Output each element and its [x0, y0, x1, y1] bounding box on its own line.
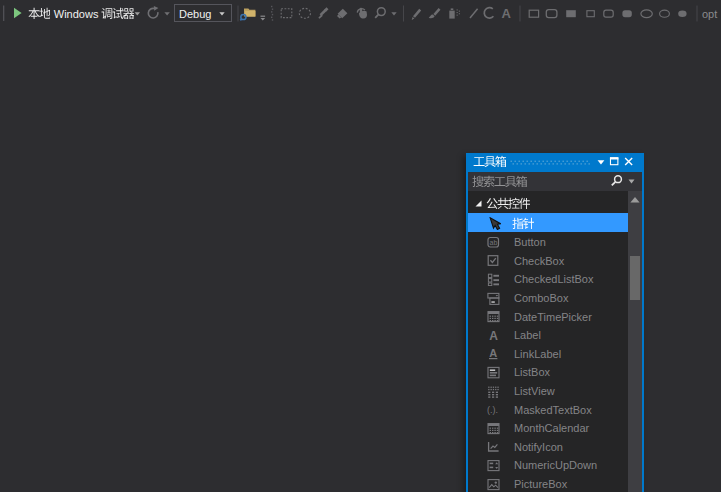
svg-text:(.).: (.).: [487, 405, 498, 415]
svg-text:A: A: [489, 329, 498, 342]
svg-text:Debug: Debug: [179, 8, 211, 20]
svg-text:ab: ab: [490, 239, 498, 246]
svg-text:A: A: [502, 6, 512, 21]
svg-text:opt: opt: [702, 8, 717, 20]
svg-text:A: A: [489, 347, 497, 359]
